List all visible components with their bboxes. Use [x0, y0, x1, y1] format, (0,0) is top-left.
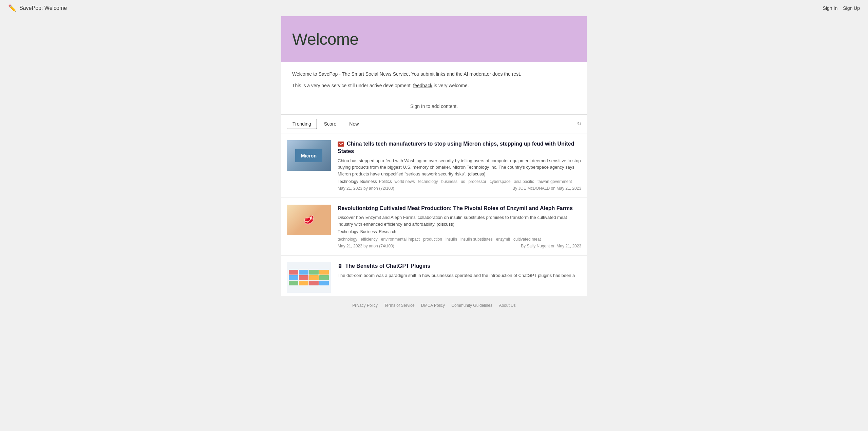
article-body: AP China tells tech manufacturers to sto…	[338, 140, 581, 191]
discuss-link[interactable]: discuss	[469, 171, 484, 176]
description-line2-prefix: This is a very new service still under a…	[292, 83, 413, 88]
keyword: efficiency	[361, 237, 378, 242]
article-body: 🖥 The Benefits of ChatGPT Plugins The do…	[338, 262, 581, 289]
article-categories: Technology Business Politics	[338, 179, 392, 184]
description-line2: This is a very new service still under a…	[292, 82, 576, 89]
sign-up-link[interactable]: Sign Up	[843, 5, 860, 11]
article-excerpt: China has stepped up a feud with Washing…	[338, 157, 581, 177]
footer-privacy[interactable]: Privacy Policy	[352, 303, 378, 308]
sign-in-link[interactable]: Sign In	[823, 5, 838, 11]
category-tag[interactable]: Politics	[379, 179, 392, 184]
category-tag[interactable]: Technology	[338, 179, 358, 184]
thumbnail-image: 🥩	[287, 205, 331, 235]
tab-new[interactable]: New	[343, 119, 364, 129]
brand-link[interactable]: ✏️ SavePop: Welcome	[8, 4, 67, 12]
article-meta-right: By JOE McDONALD on May 21, 2023	[512, 186, 581, 191]
article-meta: May 21, 2023 by anon (74/100) By Sally N…	[338, 244, 581, 248]
keyword: insulin substitutes	[460, 237, 493, 242]
svg-text:Micron: Micron	[301, 153, 317, 158]
footer-about[interactable]: About Us	[499, 303, 515, 308]
keyword: environmental impact	[381, 237, 420, 242]
ap-badge: AP	[338, 142, 344, 147]
tabs-bar: Trending Score New ↻	[281, 115, 587, 133]
keyword: us	[461, 179, 465, 184]
page-content: Welcome Welcome to SavePop - The Smart S…	[281, 16, 587, 296]
article-meta: May 21, 2023 by anon (72/100) By JOE McD…	[338, 186, 581, 191]
nav-links: Sign In Sign Up	[823, 5, 860, 11]
description-section: Welcome to SavePop - The Smart Social Ne…	[281, 62, 587, 98]
footer-community[interactable]: Community Guidelines	[451, 303, 492, 308]
footer-tos[interactable]: Terms of Service	[384, 303, 414, 308]
keyword: production	[423, 237, 442, 242]
article-title[interactable]: AP China tells tech manufacturers to sto…	[338, 140, 581, 155]
article-tags-row: Technology Business Research technology …	[338, 229, 581, 242]
article-thumbnail: 🥩	[287, 205, 331, 235]
article-title[interactable]: Revolutionizing Cultivated Meat Producti…	[338, 205, 581, 212]
tab-trending[interactable]: Trending	[287, 119, 317, 129]
category-tag[interactable]: Business	[360, 179, 377, 184]
navbar: ✏️ SavePop: Welcome Sign In Sign Up	[0, 0, 868, 16]
article-card: Micron AP China tells tech manufacturers…	[281, 133, 587, 198]
feedback-link[interactable]: feedback	[413, 83, 432, 88]
category-tag[interactable]: Research	[379, 229, 396, 234]
keyword: processor	[469, 179, 487, 184]
articles-list: Micron AP China tells tech manufacturers…	[281, 133, 587, 297]
signin-bar: Sign In to add content.	[281, 98, 587, 115]
discuss-link[interactable]: discuss	[438, 222, 453, 227]
keyword: taiwan government	[537, 179, 572, 184]
category-tag[interactable]: Business	[360, 229, 377, 234]
article-meta-left: May 21, 2023 by anon (74/100)	[338, 244, 394, 248]
tab-score[interactable]: Score	[318, 119, 342, 129]
signin-text: Sign In to add content.	[410, 104, 458, 109]
refresh-icon[interactable]: ↻	[577, 120, 581, 127]
keyword: technology	[338, 237, 357, 242]
article-excerpt: Discover how Enzymit and Aleph Farms' co…	[338, 214, 581, 227]
article-card: 🖥 The Benefits of ChatGPT Plugins The do…	[281, 256, 587, 296]
article-thumbnail	[287, 262, 331, 293]
keyword: cultivated meat	[513, 237, 541, 242]
article-card: 🥩 Revolutionizing Cultivated Meat Produc…	[281, 198, 587, 256]
thumbnail-image: Micron	[287, 140, 331, 171]
article-keywords: world news technology business us proces…	[394, 179, 572, 184]
article-thumbnail: Micron	[287, 140, 331, 171]
article-meta-right: By Sally Nugent on May 21, 2023	[521, 244, 581, 248]
keyword: asia pacific	[514, 179, 534, 184]
monitor-icon: 🖥	[338, 263, 342, 270]
hero-title: Welcome	[292, 30, 576, 49]
footer-dmca[interactable]: DMCA Policy	[421, 303, 445, 308]
keyword: cyberspace	[490, 179, 510, 184]
category-tag[interactable]: Technology	[338, 229, 358, 234]
keyword: world news	[394, 179, 415, 184]
article-categories: Technology Business Research	[338, 229, 396, 234]
description-line1: Welcome to SavePop - The Smart Social Ne…	[292, 70, 576, 78]
brand-name: SavePop: Welcome	[19, 5, 67, 11]
hero-banner: Welcome	[281, 16, 587, 62]
keyword: business	[441, 179, 457, 184]
footer: Privacy Policy Terms of Service DMCA Pol…	[0, 296, 868, 315]
keyword: technology	[418, 179, 438, 184]
brand-icon: ✏️	[8, 4, 17, 12]
tabs-container: Trending Score New	[287, 119, 364, 129]
article-keywords: technology efficiency environmental impa…	[338, 237, 541, 242]
article-excerpt: The dot-com boom was a paradigm shift in…	[338, 272, 581, 279]
description-line2-suffix: is very welcome.	[432, 83, 469, 88]
article-body: Revolutionizing Cultivated Meat Producti…	[338, 205, 581, 248]
article-meta-left: May 21, 2023 by anon (72/100)	[338, 186, 394, 191]
article-tags-row: Technology Business Politics world news …	[338, 179, 581, 184]
keyword: enzymit	[496, 237, 510, 242]
thumbnail-image	[287, 262, 331, 293]
article-title[interactable]: 🖥 The Benefits of ChatGPT Plugins	[338, 262, 581, 270]
keyword: insulin	[446, 237, 457, 242]
